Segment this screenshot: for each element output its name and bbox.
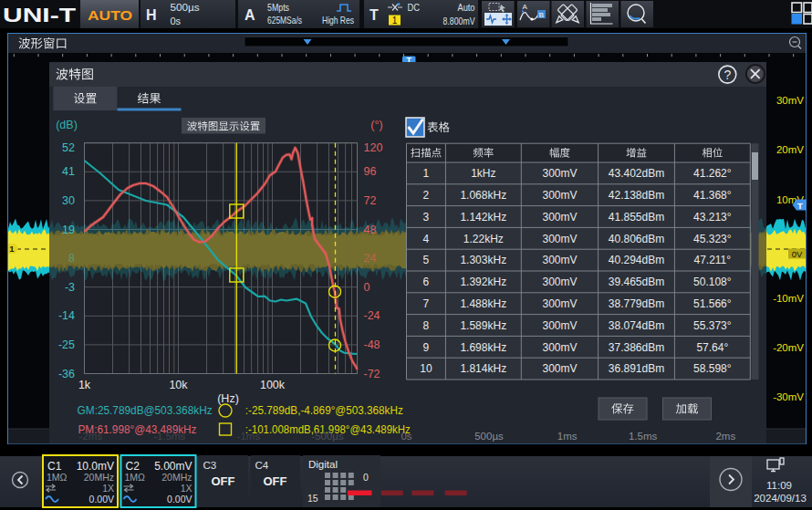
svg-text:-72: -72 <box>364 368 380 380</box>
svg-text:1.22kHz: 1.22kHz <box>463 233 504 245</box>
svg-text:-1ms: -1ms <box>237 431 261 442</box>
svg-text:1.698kHz: 1.698kHz <box>460 341 506 354</box>
svg-text:High Res: High Res <box>322 15 354 26</box>
svg-text:9: 9 <box>423 341 430 354</box>
svg-text:GM:25.789dB@503.368kHz: GM:25.789dB@503.368kHz <box>78 404 213 417</box>
svg-text:-1.5ms: -1.5ms <box>153 431 185 442</box>
svg-text:55.373°: 55.373° <box>693 319 732 332</box>
svg-text:20MHz: 20MHz <box>161 472 192 483</box>
svg-text:30mV: 30mV <box>776 95 804 106</box>
svg-text:1: 1 <box>423 167 430 180</box>
svg-text:1k: 1k <box>78 379 91 391</box>
svg-text:-14: -14 <box>58 309 75 322</box>
svg-text:DC: DC <box>408 2 421 13</box>
svg-text:1.068kHz: 1.068kHz <box>460 189 506 202</box>
svg-text:1.814kHz: 1.814kHz <box>460 362 506 375</box>
svg-text:11:09: 11:09 <box>766 480 792 491</box>
svg-text:1.392kHz: 1.392kHz <box>460 276 506 288</box>
svg-text:1kHz: 1kHz <box>471 167 495 180</box>
svg-text:Auto: Auto <box>458 2 475 13</box>
svg-text:8: 8 <box>423 319 430 332</box>
svg-text:300mV: 300mV <box>542 362 577 375</box>
svg-text:1MΩ: 1MΩ <box>125 472 146 483</box>
svg-text:38.779dBm: 38.779dBm <box>609 297 664 310</box>
svg-text:0: 0 <box>363 472 369 483</box>
svg-text:OFF: OFF <box>212 474 235 488</box>
svg-text:H: H <box>146 7 157 23</box>
svg-text:5.00mV: 5.00mV <box>154 460 192 473</box>
svg-text:0.00V: 0.00V <box>89 494 114 505</box>
svg-text:(°): (°) <box>370 119 382 131</box>
svg-text:C3: C3 <box>203 460 217 471</box>
svg-text:38.074dBm: 38.074dBm <box>609 319 664 332</box>
svg-text:-36: -36 <box>58 368 75 380</box>
svg-text:3: 3 <box>423 211 430 224</box>
svg-text:50.108°: 50.108° <box>693 276 732 288</box>
svg-text:C2: C2 <box>126 460 141 473</box>
svg-text:45.323°: 45.323° <box>693 233 732 245</box>
svg-text:42.138dBm: 42.138dBm <box>609 189 664 202</box>
svg-text:19: 19 <box>62 224 75 236</box>
svg-text:UNI-T: UNI-T <box>3 4 77 26</box>
svg-text:300mV: 300mV <box>542 297 577 310</box>
svg-text:41.262°: 41.262° <box>693 167 732 180</box>
svg-text:300mV: 300mV <box>542 211 577 224</box>
svg-text:52: 52 <box>62 141 75 154</box>
svg-text:-48: -48 <box>364 338 380 351</box>
svg-text:5: 5 <box>423 254 430 266</box>
svg-text:1: 1 <box>392 16 398 26</box>
svg-text:58.598°: 58.598° <box>693 362 732 375</box>
svg-text:300mV: 300mV <box>542 319 577 332</box>
svg-text:1: 1 <box>9 244 15 254</box>
svg-text:43.402dBm: 43.402dBm <box>609 167 664 180</box>
svg-text:120: 120 <box>364 141 383 154</box>
svg-text:1.5ms: 1.5ms <box>629 431 658 442</box>
svg-text:?: ? <box>724 68 731 82</box>
svg-text:-25: -25 <box>58 338 75 351</box>
svg-text:-500µs: -500µs <box>311 431 344 442</box>
svg-text:500µs: 500µs <box>474 431 504 442</box>
svg-text:-10mV: -10mV <box>773 293 804 304</box>
svg-text:0s: 0s <box>401 431 411 442</box>
svg-text:37.386dBm: 37.386dBm <box>609 341 664 354</box>
svg-text:A: A <box>245 7 255 23</box>
svg-text:1X: 1X <box>181 483 193 494</box>
svg-text:300mV: 300mV <box>542 341 577 354</box>
svg-text:24: 24 <box>364 252 377 265</box>
svg-text:57.64°: 57.64° <box>696 341 728 354</box>
svg-text:47.211°: 47.211° <box>693 254 731 266</box>
svg-text:43.213°: 43.213° <box>693 211 732 224</box>
svg-text:0V: 0V <box>792 249 803 259</box>
svg-text:10: 10 <box>420 362 432 375</box>
svg-text:41.368°: 41.368° <box>693 189 732 202</box>
svg-text:40.294dBm: 40.294dBm <box>609 254 664 266</box>
svg-text:-30mV: -30mV <box>773 391 804 402</box>
svg-text:15: 15 <box>307 493 318 504</box>
svg-text:39.465dBm: 39.465dBm <box>609 276 664 288</box>
svg-text:2024/09/13: 2024/09/13 <box>754 493 807 504</box>
svg-text:1.142kHz: 1.142kHz <box>460 211 506 224</box>
svg-text:1ms: 1ms <box>557 431 578 442</box>
svg-text:10.0mV: 10.0mV <box>77 460 114 473</box>
svg-text:51.566°: 51.566° <box>693 297 732 310</box>
svg-text:20mV: 20mV <box>776 144 804 155</box>
svg-text:A: A <box>523 3 528 11</box>
svg-text:10k: 10k <box>169 379 188 391</box>
svg-text:4: 4 <box>423 233 430 245</box>
svg-text:72: 72 <box>364 194 377 207</box>
svg-text:1.488kHz: 1.488kHz <box>460 297 506 310</box>
svg-text:0s: 0s <box>171 16 182 26</box>
svg-text:8.800mV: 8.800mV <box>443 16 476 26</box>
svg-text:-20mV: -20mV <box>773 342 804 353</box>
svg-text:1.589kHz: 1.589kHz <box>460 319 506 332</box>
svg-text:40.806dBm: 40.806dBm <box>609 233 664 245</box>
svg-text:41.855dBm: 41.855dBm <box>609 211 664 224</box>
svg-text:96: 96 <box>364 165 377 178</box>
svg-text:(dB): (dB) <box>56 119 78 131</box>
svg-text:AUTO: AUTO <box>88 7 132 23</box>
svg-text:7: 7 <box>423 297 430 310</box>
svg-text:-3: -3 <box>65 281 75 294</box>
svg-text:300mV: 300mV <box>542 189 577 202</box>
svg-text:0: 0 <box>364 281 370 294</box>
svg-text:T: T <box>370 7 379 23</box>
